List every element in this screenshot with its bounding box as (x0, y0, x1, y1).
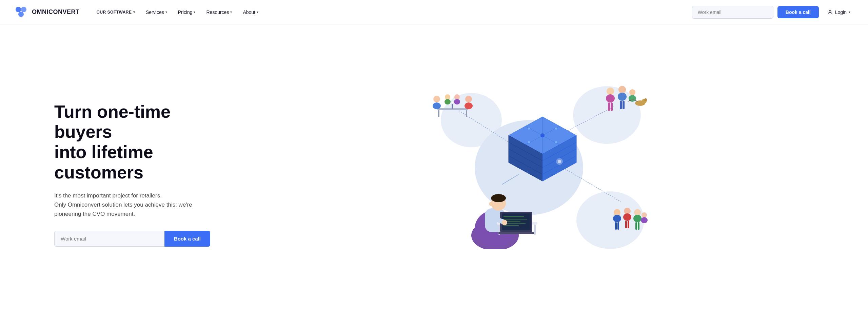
svg-point-1 (21, 7, 26, 12)
svg-rect-43 (498, 232, 534, 234)
nav-about-label: About (243, 9, 255, 15)
hero-section: Turn one-time buyers into lifetime custo… (0, 24, 868, 324)
nav-pricing-label: Pricing (178, 9, 193, 15)
svg-point-32 (489, 202, 493, 206)
software-chevron-icon: ▾ (133, 10, 135, 14)
svg-point-70 (644, 98, 647, 101)
svg-point-53 (445, 94, 450, 100)
pricing-chevron-icon: ▾ (194, 10, 195, 14)
nav-book-call-button[interactable]: Book a call (777, 6, 819, 18)
svg-point-0 (16, 7, 21, 12)
svg-rect-60 (608, 102, 610, 111)
nav-services-label: Services (146, 9, 164, 15)
svg-point-58 (607, 88, 614, 95)
login-chevron-icon: ▾ (849, 10, 850, 14)
svg-point-2 (18, 12, 24, 17)
svg-rect-61 (611, 102, 613, 111)
nav-services[interactable]: Services ▾ (141, 7, 172, 18)
svg-rect-65 (623, 101, 625, 109)
group-topleft-illustration (431, 90, 475, 123)
svg-point-14 (555, 128, 557, 130)
group-topright-illustration (604, 83, 648, 120)
hero-form: Book a call (54, 231, 210, 247)
svg-point-63 (618, 93, 627, 101)
group-tl-svg (431, 90, 475, 123)
person-svg (465, 168, 539, 249)
hero-illustration (231, 73, 841, 276)
hero-email-input[interactable] (54, 231, 164, 247)
logo-icon (14, 5, 28, 20)
svg-rect-64 (620, 101, 622, 109)
svg-point-52 (465, 102, 473, 109)
logo-link[interactable]: OMNICONVERT (14, 5, 80, 20)
about-chevron-icon: ▾ (257, 10, 258, 14)
svg-point-54 (445, 99, 451, 104)
svg-point-80 (633, 215, 642, 222)
svg-point-59 (606, 94, 615, 102)
hero-title: Turn one-time buyers into lifetime custo… (54, 102, 231, 183)
group-br-svg (610, 205, 648, 242)
nav-email-input[interactable] (692, 6, 773, 19)
svg-point-31 (491, 194, 506, 202)
svg-point-49 (433, 96, 440, 102)
svg-point-15 (528, 141, 530, 143)
person-illustration (465, 168, 539, 249)
svg-point-83 (642, 212, 647, 218)
svg-point-66 (629, 89, 635, 95)
nav-login[interactable]: Login ▾ (823, 6, 854, 18)
svg-point-84 (641, 217, 648, 223)
svg-point-55 (454, 94, 460, 100)
svg-rect-81 (635, 222, 637, 230)
nav-links: OUR SOFTWARE ▾ Services ▾ Pricing ▾ Reso… (92, 7, 692, 18)
hero-subtitle: It's the most important project for reta… (54, 191, 197, 219)
nav-software[interactable]: OUR SOFTWARE ▾ (92, 7, 140, 17)
services-chevron-icon: ▾ (165, 10, 167, 14)
svg-point-26 (558, 160, 561, 163)
svg-rect-35 (534, 225, 536, 235)
resources-chevron-icon: ▾ (230, 10, 232, 14)
svg-rect-45 (437, 108, 468, 110)
svg-point-3 (829, 10, 831, 12)
svg-point-56 (454, 99, 460, 104)
svg-rect-48 (452, 104, 453, 109)
svg-point-76 (623, 213, 631, 221)
svg-rect-46 (438, 110, 439, 117)
illustration-container (420, 79, 651, 269)
nav-right: Book a call Login ▾ (692, 6, 854, 19)
svg-rect-82 (638, 222, 639, 230)
svg-point-13 (528, 128, 530, 130)
account-icon (827, 9, 833, 15)
group-bottomright-illustration (610, 205, 648, 242)
nav-software-label: OUR SOFTWARE (97, 10, 132, 15)
svg-rect-78 (628, 221, 629, 228)
hero-book-call-button[interactable]: Book a call (164, 231, 210, 247)
nav-resources[interactable]: Resources ▾ (201, 7, 237, 18)
svg-rect-47 (466, 110, 467, 117)
svg-point-62 (618, 86, 626, 93)
group-tr-svg (604, 83, 648, 120)
brand-name: OMNICONVERT (32, 8, 80, 16)
svg-rect-77 (625, 221, 627, 228)
hero-title-line2: into lifetime customers (54, 142, 153, 182)
nav-about[interactable]: About ▾ (238, 7, 263, 18)
navbar: OMNICONVERT OUR SOFTWARE ▾ Services ▾ Pr… (0, 0, 868, 24)
hero-content: Turn one-time buyers into lifetime custo… (54, 102, 231, 247)
svg-point-72 (613, 215, 621, 222)
svg-point-57 (452, 101, 454, 103)
svg-point-12 (540, 133, 545, 137)
svg-rect-74 (617, 222, 619, 230)
svg-point-51 (465, 96, 472, 102)
svg-rect-73 (615, 222, 617, 230)
svg-point-50 (433, 102, 441, 109)
nav-pricing[interactable]: Pricing ▾ (173, 7, 200, 18)
login-label: Login (835, 9, 847, 15)
nav-resources-label: Resources (206, 9, 229, 15)
svg-point-16 (555, 141, 557, 143)
svg-point-44 (502, 220, 507, 225)
hero-title-line1: Turn one-time buyers (54, 102, 171, 142)
